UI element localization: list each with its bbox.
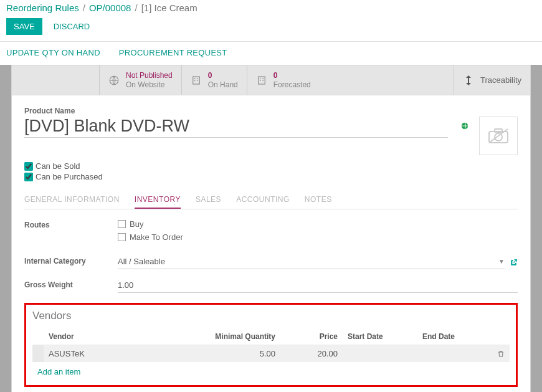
form-body: Routes Buy Make To Order Internal Catego… (24, 219, 518, 293)
category-label: Internal Category (24, 256, 118, 265)
vendors-table: Vendor Minimal Quantity Price Start Date… (32, 328, 510, 362)
col-handle (32, 328, 44, 345)
building-icon (256, 75, 267, 86)
route-mto-checkbox[interactable] (118, 233, 126, 241)
can-be-sold-checkbox[interactable] (24, 162, 33, 171)
product-name-input[interactable]: [DVD] Blank DVD-RW (24, 117, 448, 138)
cell-price[interactable]: 20.00 (280, 345, 343, 363)
update-qty-button[interactable]: UPDATE QTY ON HAND (6, 48, 100, 57)
sub-action-bar: UPDATE QTY ON HAND PROCUREMENT REQUEST (0, 42, 542, 65)
weight-input[interactable]: 1.00 (118, 279, 518, 293)
product-image-placeholder[interactable] (479, 117, 518, 155)
stat-traceability[interactable]: Traceability (454, 65, 530, 95)
check-group: Can be Sold Can be Purchased (24, 161, 518, 181)
stat-publish-l2: On Website (126, 80, 173, 89)
table-row[interactable]: ASUSTeK 5.00 20.00 (32, 345, 510, 363)
col-price[interactable]: Price (280, 328, 343, 345)
cell-vendor[interactable]: ASUSTeK (44, 345, 193, 363)
procurement-button[interactable]: PROCUREMENT REQUEST (119, 48, 227, 57)
category-select[interactable]: All / Saleable ▼ (118, 256, 505, 269)
col-trash (492, 328, 510, 345)
svg-rect-7 (260, 78, 261, 79)
breadcrumb: Reordering Rules / OP/00008 / [1] Ice Cr… (0, 0, 542, 14)
cell-start[interactable] (343, 345, 417, 363)
can-be-sold-label: Can be Sold (36, 161, 80, 171)
breadcrumb-sep: / (83, 2, 85, 13)
breadcrumb-mid[interactable]: OP/00008 (89, 2, 131, 13)
svg-rect-9 (260, 80, 261, 81)
category-value: All / Saleable (118, 257, 165, 266)
col-minq[interactable]: Minimal Quantity (193, 328, 280, 345)
tab-general[interactable]: GENERAL INFORMATION (24, 190, 120, 209)
website-globe-icon[interactable] (460, 122, 469, 130)
cell-end[interactable] (417, 345, 492, 363)
col-vendor[interactable]: Vendor (44, 328, 193, 345)
svg-rect-3 (197, 78, 198, 79)
svg-rect-2 (194, 78, 196, 79)
globe-icon (108, 75, 120, 86)
stat-forecast-label: Forecasted (273, 80, 311, 89)
svg-rect-5 (197, 80, 198, 81)
can-be-purchased-checkbox[interactable] (24, 173, 33, 181)
col-start[interactable]: Start Date (343, 328, 417, 345)
svg-rect-4 (194, 80, 196, 81)
stat-onhand-val: 0 (208, 71, 238, 80)
stat-publish-l1: Not Published (126, 71, 173, 80)
arrows-icon (463, 75, 474, 86)
svg-rect-6 (259, 77, 265, 84)
stat-spacer (12, 65, 99, 95)
svg-rect-8 (262, 78, 264, 79)
form-container: Not Published On Website 0 On Hand 0 For… (0, 65, 542, 392)
discard-button[interactable]: DISCARD (54, 22, 90, 31)
breadcrumb-record: [1] Ice Cream (141, 2, 197, 13)
weight-label: Gross Weight (24, 279, 118, 289)
route-mto-label: Make To Order (130, 232, 183, 242)
action-bar: SAVE DISCARD (0, 14, 542, 41)
vendors-title: Vendors (32, 310, 510, 322)
stat-forecast[interactable]: 0 Forecasted (247, 65, 320, 95)
stat-publish[interactable]: Not Published On Website (99, 65, 181, 95)
cell-minq[interactable]: 5.00 (193, 345, 280, 363)
vendors-section: Vendors Vendor Minimal Quantity Price St… (24, 303, 518, 387)
tab-accounting[interactable]: ACCOUNTING (236, 190, 290, 209)
tab-inventory[interactable]: INVENTORY (135, 190, 181, 209)
building-icon (191, 75, 202, 86)
svg-rect-1 (193, 77, 199, 84)
breadcrumb-sep: / (135, 2, 137, 13)
stat-onhand[interactable]: 0 On Hand (181, 65, 247, 95)
svg-rect-14 (495, 129, 502, 132)
category-external-link-icon[interactable] (510, 259, 518, 267)
tab-sales[interactable]: SALES (196, 190, 221, 209)
route-buy-label: Buy (130, 219, 143, 229)
tab-bar: GENERAL INFORMATION INVENTORY SALES ACCO… (24, 190, 518, 209)
svg-rect-10 (262, 80, 264, 81)
stat-forecast-val: 0 (273, 71, 311, 80)
form-panel: Product Name [DVD] Blank DVD-RW Can be S… (11, 95, 531, 392)
product-name-label: Product Name (24, 107, 518, 115)
can-be-purchased-label: Can be Purchased (36, 172, 103, 181)
dropdown-caret-icon: ▼ (498, 258, 505, 265)
stat-trace-label: Traceability (480, 75, 521, 85)
routes-label: Routes (24, 219, 118, 229)
product-header: Product Name [DVD] Blank DVD-RW (24, 107, 518, 155)
drag-handle-icon[interactable] (32, 345, 44, 363)
route-buy-checkbox[interactable] (118, 220, 126, 228)
col-end[interactable]: End Date (417, 328, 492, 345)
save-button[interactable]: SAVE (6, 18, 42, 35)
stat-bar: Not Published On Website 0 On Hand 0 For… (11, 65, 531, 95)
stat-onhand-label: On Hand (208, 80, 238, 89)
breadcrumb-root[interactable]: Reordering Rules (6, 2, 79, 13)
tab-notes[interactable]: NOTES (305, 190, 332, 209)
add-item-link[interactable]: Add an item (32, 367, 510, 376)
delete-row-icon[interactable] (492, 345, 510, 363)
